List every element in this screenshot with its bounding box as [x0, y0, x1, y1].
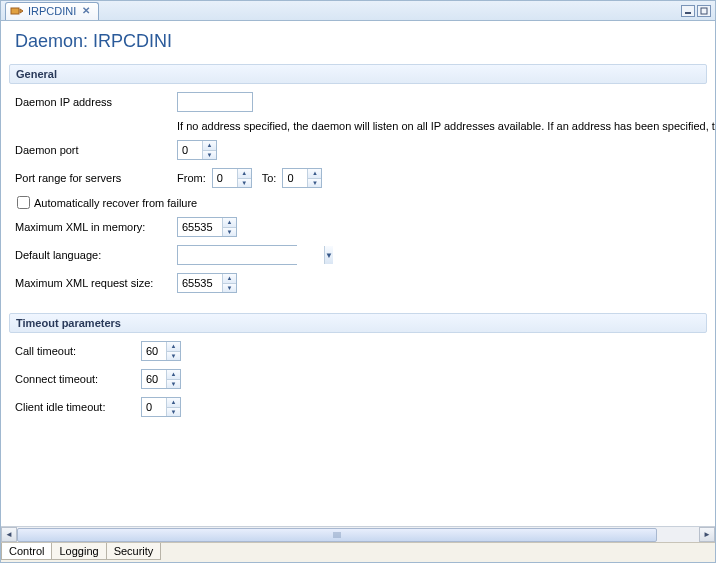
chevron-down-icon[interactable]: ▼: [238, 178, 251, 188]
svg-rect-0: [11, 8, 19, 14]
max-xml-mem-spinner[interactable]: ▲▼: [177, 217, 237, 237]
chevron-down-icon[interactable]: ▼: [223, 283, 236, 293]
from-label: From:: [177, 172, 206, 184]
connect-timeout-spinner[interactable]: ▲▼: [141, 369, 181, 389]
general-header: General: [9, 64, 707, 84]
call-timeout-spinner[interactable]: ▲▼: [141, 341, 181, 361]
timeout-group: Timeout parameters Call timeout: ▲▼ Conn…: [9, 313, 707, 427]
max-xml-mem-input[interactable]: [178, 218, 222, 236]
idle-timeout-spinner[interactable]: ▲▼: [141, 397, 181, 417]
default-lang-dropdown[interactable]: ▼: [177, 245, 297, 265]
scroll-right-button[interactable]: ►: [699, 527, 715, 542]
chevron-down-icon[interactable]: ▼: [167, 407, 180, 417]
chevron-up-icon[interactable]: ▲: [223, 274, 236, 283]
minimize-button[interactable]: [681, 5, 695, 17]
daemon-ip-input[interactable]: [177, 92, 253, 112]
timeout-header: Timeout parameters: [9, 313, 707, 333]
port-range-label: Port range for servers: [15, 172, 177, 184]
chevron-down-icon[interactable]: ▼: [167, 351, 180, 361]
maximize-button[interactable]: [697, 5, 711, 17]
title-bar: IRPCDINI ✕: [1, 1, 715, 21]
bottom-tabs: Control Logging Security: [1, 542, 715, 562]
editor-tab-title: IRPCDINI: [28, 5, 76, 17]
content-area: Daemon: IRPCDINI General Daemon IP addre…: [1, 21, 715, 562]
daemon-port-spinner[interactable]: ▲▼: [177, 140, 217, 160]
scroll-thumb[interactable]: [17, 528, 657, 542]
call-timeout-label: Call timeout:: [15, 345, 141, 357]
daemon-port-label: Daemon port: [15, 144, 177, 156]
window-controls: [681, 5, 711, 17]
max-xml-mem-label: Maximum XML in memory:: [15, 221, 177, 233]
max-xml-req-label: Maximum XML request size:: [15, 277, 177, 289]
tab-logging[interactable]: Logging: [51, 543, 106, 560]
default-lang-label: Default language:: [15, 249, 177, 261]
call-timeout-input[interactable]: [142, 342, 166, 360]
connect-timeout-input[interactable]: [142, 370, 166, 388]
editor-tab[interactable]: IRPCDINI ✕: [5, 2, 99, 20]
auto-recover-checkbox[interactable]: [17, 196, 30, 209]
port-range-to-input[interactable]: [283, 169, 307, 187]
chevron-down-icon[interactable]: ▼: [324, 246, 333, 264]
idle-timeout-label: Client idle timeout:: [15, 401, 141, 413]
scroll-track[interactable]: [17, 527, 699, 542]
port-range-to-spinner[interactable]: ▲▼: [282, 168, 322, 188]
close-icon[interactable]: ✕: [80, 5, 92, 17]
daemon-ip-hint: If no address specified, the daemon will…: [177, 120, 701, 132]
chevron-up-icon[interactable]: ▲: [203, 141, 216, 150]
svg-rect-3: [701, 8, 707, 14]
daemon-icon: [10, 4, 24, 18]
chevron-up-icon[interactable]: ▲: [238, 169, 251, 178]
chevron-down-icon[interactable]: ▼: [308, 178, 321, 188]
auto-recover-label: Automatically recover from failure: [34, 197, 197, 209]
chevron-up-icon[interactable]: ▲: [167, 370, 180, 379]
port-range-from-input[interactable]: [213, 169, 237, 187]
chevron-down-icon[interactable]: ▼: [203, 150, 216, 160]
scroll-left-button[interactable]: ◄: [1, 527, 17, 542]
port-range-from-spinner[interactable]: ▲▼: [212, 168, 252, 188]
to-label: To:: [262, 172, 277, 184]
svg-marker-1: [20, 9, 23, 13]
chevron-down-icon[interactable]: ▼: [167, 379, 180, 389]
idle-timeout-input[interactable]: [142, 398, 166, 416]
chevron-up-icon[interactable]: ▲: [308, 169, 321, 178]
default-lang-input[interactable]: [178, 246, 324, 264]
page-title: Daemon: IRPCDINI: [1, 21, 715, 60]
general-group: General Daemon IP address If no address …: [9, 64, 707, 303]
chevron-up-icon[interactable]: ▲: [223, 218, 236, 227]
chevron-up-icon[interactable]: ▲: [167, 398, 180, 407]
daemon-ip-label: Daemon IP address: [15, 96, 177, 108]
chevron-down-icon[interactable]: ▼: [223, 227, 236, 237]
svg-rect-2: [685, 12, 691, 14]
chevron-up-icon[interactable]: ▲: [167, 342, 180, 351]
horizontal-scrollbar[interactable]: ◄ ►: [1, 526, 715, 542]
max-xml-req-input[interactable]: [178, 274, 222, 292]
tab-security[interactable]: Security: [106, 543, 162, 560]
max-xml-req-spinner[interactable]: ▲▼: [177, 273, 237, 293]
daemon-port-input[interactable]: [178, 141, 202, 159]
connect-timeout-label: Connect timeout:: [15, 373, 141, 385]
tab-control[interactable]: Control: [1, 543, 52, 560]
